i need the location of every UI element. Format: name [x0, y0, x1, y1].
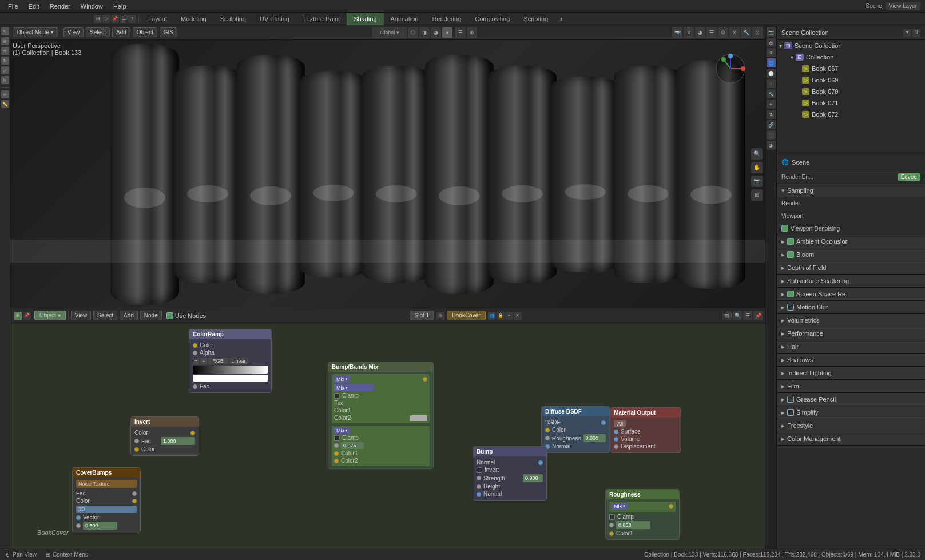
node-zoom-icon[interactable]: 🔍	[733, 311, 742, 320]
view-btn[interactable]: View	[63, 27, 84, 37]
motion-blur-header[interactable]: ▸ Motion Blur	[777, 301, 925, 313]
bump-node[interactable]: Bump Normal Invert Strength 0.800	[473, 446, 547, 501]
sidebar-scale-icon[interactable]: ⤢	[1, 66, 9, 74]
shader-pin-icon[interactable]: 📌	[23, 312, 31, 320]
outliner-row-scene-collection[interactable]: ▾ ⊞ Scene Collection	[777, 40, 925, 51]
scene-material-icon[interactable]: ◕	[767, 141, 776, 150]
menu-edit[interactable]: Edit	[24, 2, 44, 11]
material-fake-user-icon[interactable]: 🔒	[497, 312, 505, 320]
scene-modifier-icon[interactable]: 🔧	[767, 89, 776, 98]
object-mode-dropdown[interactable]: Object Mode	[13, 27, 58, 37]
object-types-icon[interactable]: ☰	[706, 27, 717, 38]
mb-check[interactable]	[787, 304, 794, 311]
scene-scene-icon[interactable]: 🌐	[767, 58, 776, 67]
colorramp-add-btn[interactable]: +	[193, 358, 199, 364]
menu-window[interactable]: Window	[76, 2, 108, 11]
hand-icon[interactable]: ✋	[751, 162, 763, 173]
cb-roughness-value[interactable]: 0.500	[83, 522, 117, 530]
sidebar-cursor-icon[interactable]: ⊕	[1, 37, 9, 45]
roughness-node[interactable]: Roughness Mix Clamp 0.633	[605, 489, 680, 540]
ao-check[interactable]	[787, 238, 794, 245]
viewport-shading-solid[interactable]: ◑	[419, 27, 430, 38]
bm-mix-type-sel[interactable]: Mix	[334, 384, 374, 391]
add-workspace-tab[interactable]: +	[555, 14, 567, 23]
tab-layout[interactable]: Layout	[141, 13, 174, 25]
viewport-shading-material[interactable]: ◕	[431, 27, 441, 38]
viewport-shading-render[interactable]: ●	[442, 27, 452, 38]
editor-help-icon[interactable]: ?	[128, 15, 136, 23]
bm-mix-type-dropdown[interactable]: Mix	[334, 376, 350, 383]
use-nodes-checkbox[interactable]	[166, 312, 173, 319]
scene-physics-icon[interactable]: ⚗	[767, 110, 776, 119]
tab-sculpting[interactable]: Sculpting	[213, 13, 253, 25]
menu-file[interactable]: File	[3, 2, 23, 11]
shader-view-btn[interactable]: View	[71, 311, 92, 320]
bloom-check[interactable]	[787, 251, 794, 258]
bump-strength-value[interactable]: 0.800	[523, 474, 543, 482]
outliner-row-book071[interactable]: ▷ Book.071	[777, 97, 925, 109]
film-header[interactable]: ▸ Film	[777, 380, 925, 392]
scene-render-icon[interactable]: 📷	[767, 27, 776, 37]
vol-header[interactable]: ▸ Volumetrics	[777, 314, 925, 327]
diffuse-bsdf-node[interactable]: Diffuse BSDF BSDF Color Roughness 0.000	[541, 406, 610, 453]
shader-object-dropdown[interactable]: Object ▾	[34, 311, 66, 320]
colorramp-rgb-btn[interactable]: RGB	[208, 358, 228, 364]
shader-select-btn[interactable]: Select	[93, 311, 117, 320]
simplify-header[interactable]: ▸ Simplify	[777, 406, 925, 419]
pan-view-btn[interactable]: 🖱 Pan View	[5, 551, 37, 558]
editor-mode-icon[interactable]: ▷	[102, 15, 110, 23]
colorramp-gradient[interactable]	[193, 366, 268, 374]
3d-viewport[interactable]: User Perspective (1) Collection | Book.1…	[10, 40, 765, 308]
sss-header[interactable]: ▸ Subsurface Scattering	[777, 275, 925, 287]
material-output-node[interactable]: Material Output All Surface Volume	[610, 407, 681, 453]
menu-help[interactable]: Help	[109, 2, 131, 11]
scene-particles-icon[interactable]: ✦	[767, 100, 776, 109]
material-users-icon[interactable]: 👥	[488, 312, 496, 320]
snap-icon[interactable]: 🔧	[741, 27, 751, 38]
cb-3d-dropdown[interactable]: 3D	[76, 506, 137, 513]
shader-add-btn[interactable]: Add	[120, 311, 138, 320]
bm-color2-swatch[interactable]	[410, 415, 427, 421]
tab-compositing[interactable]: Compositing	[468, 13, 517, 25]
xray-icon[interactable]: X	[729, 27, 740, 38]
outliner-filter-icon[interactable]: ▾	[903, 29, 911, 37]
freestyle-header[interactable]: ▸ Freestyle	[777, 419, 925, 432]
scene-object-icon[interactable]: ○	[767, 79, 776, 88]
outliner-row-book072[interactable]: ▷ Book.072	[777, 109, 925, 120]
sidebar-annotate-icon[interactable]: ✏	[1, 90, 9, 98]
ambient-occlusion-header[interactable]: ▸ Ambient Occlusion	[777, 235, 925, 248]
scene-world-icon[interactable]: ⚪	[767, 69, 776, 78]
object-btn[interactable]: Object	[133, 27, 157, 37]
props-icon[interactable]: ⚙	[718, 27, 728, 38]
colorramp-node[interactable]: ColorRamp Color Alpha + − RGB Linear	[189, 329, 272, 393]
select-btn[interactable]: Select	[86, 27, 110, 37]
outliner-row-book067[interactable]: ▷ Book.067	[777, 63, 925, 74]
camera-icon[interactable]: 📷	[751, 176, 763, 187]
scene-constraints-icon[interactable]: 🔗	[767, 120, 776, 129]
gizmo-icon[interactable]: ⊕	[467, 27, 477, 38]
tab-texture-paint[interactable]: Texture Paint	[296, 13, 347, 25]
node-align-icon[interactable]: ☰	[743, 311, 752, 320]
invert-fac-value[interactable]: 1.000	[161, 437, 195, 445]
add-btn[interactable]: Add	[112, 27, 130, 37]
cm-header[interactable]: ▸ Color Management	[777, 432, 925, 445]
overlay-icon[interactable]: ☰	[455, 27, 466, 38]
zoom-icon[interactable]: 🔍	[751, 148, 763, 160]
viewport-denoising-check[interactable]	[781, 225, 788, 232]
bm-clamp-check[interactable]	[334, 393, 340, 399]
gis-btn[interactable]: GIS	[160, 27, 177, 37]
ortho-icon[interactable]: ⊞	[751, 189, 763, 201]
bm-fac2-value[interactable]: 0.975	[341, 442, 364, 449]
sampling-header[interactable]: ▾ Sampling	[777, 184, 925, 197]
use-nodes-toggle[interactable]: Use Nodes	[164, 312, 208, 319]
sidebar-select-icon[interactable]: ↖	[1, 27, 9, 35]
mat-all-dropdown[interactable]: All	[614, 420, 626, 427]
sidebar-move-icon[interactable]: ✛	[1, 47, 9, 55]
context-menu-btn[interactable]: ⊞ Context Menu	[46, 551, 88, 558]
tab-shading[interactable]: Shading	[347, 13, 383, 25]
roughness-fac-value[interactable]: 0.633	[616, 521, 650, 529]
sidebar-transform-icon[interactable]: ⊞	[1, 76, 9, 84]
roughness-clamp-check[interactable]	[609, 514, 615, 520]
tab-scripting[interactable]: Scripting	[517, 13, 555, 25]
simplify-check[interactable]	[787, 409, 794, 416]
